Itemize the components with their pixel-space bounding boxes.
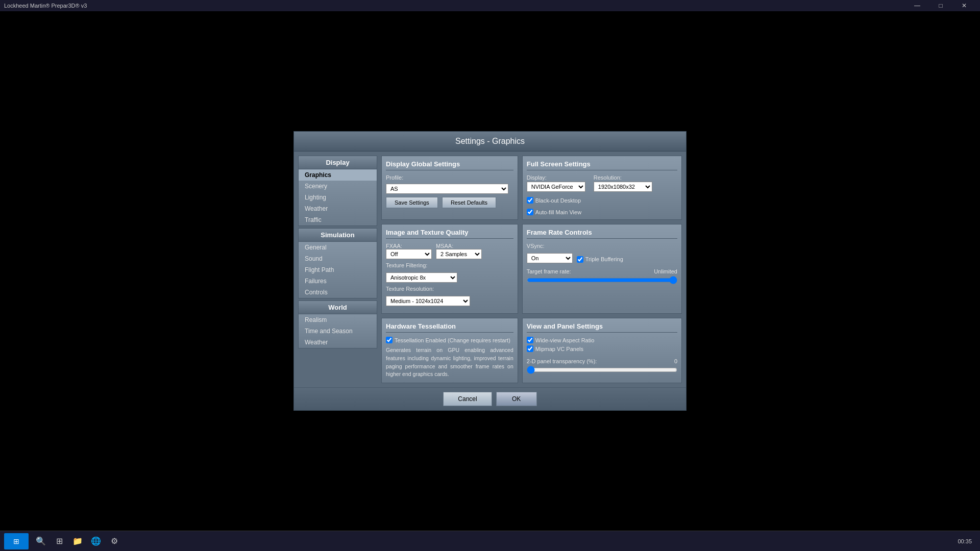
taskbar-settings-icon[interactable]: ⚙ [106, 533, 122, 549]
sidebar-item-flight-path[interactable]: Flight Path [299, 264, 377, 276]
profile-select-row: AS [386, 184, 513, 194]
taskbar-right: 00:35 [958, 538, 976, 544]
display-section-title: Display [299, 156, 377, 169]
autofill-row: Auto-fill Main View [527, 209, 677, 215]
fs-display-col: Display: NVIDIA GeForce GTX 7... [527, 174, 585, 192]
profile-row: Profile: [386, 174, 513, 181]
autofill-label: Auto-fill Main View [535, 209, 581, 215]
taskbar-browser-icon[interactable]: 🌐 [88, 533, 104, 549]
fxaa-label: FXAA: [386, 243, 432, 249]
sidebar-item-traffic[interactable]: Traffic [299, 214, 377, 226]
tessellation-checkbox[interactable] [386, 337, 393, 343]
autofill-checkbox[interactable] [527, 209, 533, 215]
reset-defaults-button[interactable]: Reset Defaults [442, 197, 496, 208]
fxaa-msaa-row: FXAA: Off MSAA: 2 Samples [386, 243, 513, 259]
sidebar-item-weather-display[interactable]: Weather [299, 203, 377, 214]
triple-buffering-label: Triple Buffering [585, 256, 623, 262]
ok-button[interactable]: OK [496, 392, 537, 406]
btn-row: Save Settings Reset Defaults [386, 197, 513, 208]
tessellation-title: Hardware Tessellation [386, 322, 513, 333]
sidebar-item-time-season[interactable]: Time and Season [299, 325, 377, 337]
sidebar-item-sound[interactable]: Sound [299, 253, 377, 264]
sidebar-item-general[interactable]: General [299, 242, 377, 253]
sidebar-item-controls[interactable]: Controls [299, 287, 377, 298]
blackout-checkbox[interactable] [527, 197, 533, 204]
sidebar-item-failures[interactable]: Failures [299, 276, 377, 287]
content-row-3: Hardware Tessellation Tessellation Enabl… [381, 318, 682, 383]
target-framerate-slider[interactable] [527, 277, 677, 284]
blackout-label: Black-out Desktop [535, 197, 581, 204]
world-section: World Realism Time and Season Weather [298, 300, 377, 348]
content-row-2: Image and Texture Quality FXAA: Off [381, 224, 682, 314]
texture-title: Image and Texture Quality [386, 229, 513, 239]
texres-row: Texture Resolution: Medium - 1024x1024 [386, 286, 513, 306]
dialog-body: Display Graphics Scenery Lighting Weathe… [294, 152, 686, 387]
close-button[interactable]: ✕ [952, 0, 976, 11]
content-row-1: Display Global Settings Profile: AS Save… [381, 156, 682, 220]
dialog-overlay: Settings - Graphics Display Graphics Sce… [0, 11, 980, 531]
cancel-button[interactable]: Cancel [443, 392, 492, 406]
taskbar-search-icon[interactable]: 🔍 [33, 533, 49, 549]
transparency-value: 0 [647, 358, 677, 364]
titlebar-title: Lockheed Martin® Prepar3D® v3 [4, 3, 87, 9]
triple-buffering-row: Triple Buffering [577, 256, 623, 263]
wide-view-label: Wide-view Aspect Ratio [535, 337, 595, 343]
msaa-label: MSAA: [436, 243, 482, 249]
wide-view-checkbox[interactable] [527, 337, 533, 343]
vsync-row: VSync: On Triple Buffering [527, 243, 677, 263]
titlebar-controls: — □ ✕ [905, 0, 976, 11]
filtering-label: Texture Filtering: [386, 262, 427, 268]
dialog-footer: Cancel OK [294, 387, 686, 410]
blackout-row: Black-out Desktop [527, 197, 677, 204]
fxaa-group: FXAA: Off [386, 243, 432, 259]
filtering-select[interactable]: Anisotropic 8x [386, 272, 457, 283]
fs-row-1: Display: NVIDIA GeForce GTX 7... Resolut… [527, 174, 677, 192]
display-select[interactable]: NVIDIA GeForce GTX 7... [527, 182, 585, 192]
sidebar-item-graphics[interactable]: Graphics [299, 169, 377, 181]
sidebar: Display Graphics Scenery Lighting Weathe… [298, 156, 377, 383]
sidebar-item-realism[interactable]: Realism [299, 314, 377, 325]
target-label: Target frame rate: [527, 268, 571, 274]
vsync-label: VSync: [527, 243, 568, 249]
titlebar: Lockheed Martin® Prepar3D® v3 — □ ✕ [0, 0, 980, 11]
framerate-panel: Frame Rate Controls VSync: On Triple Buf… [522, 224, 682, 314]
fullscreen-inner: Display: NVIDIA GeForce GTX 7... Resolut… [527, 174, 677, 215]
transparency-slider[interactable] [527, 366, 677, 373]
content-area: Display Global Settings Profile: AS Save… [381, 156, 682, 383]
view-panel: View and Panel Settings Wide-view Aspect… [522, 318, 682, 383]
profile-label: Profile: [386, 174, 427, 181]
mipmap-row: Mipmap VC Panels [527, 345, 677, 352]
triple-buffering-checkbox[interactable] [577, 256, 583, 263]
texres-label: Texture Resolution: [386, 286, 434, 292]
minimize-button[interactable]: — [905, 0, 929, 11]
sidebar-item-scenery[interactable]: Scenery [299, 181, 377, 192]
tessellation-checkbox-row: Tessellation Enabled (Change requires re… [386, 337, 513, 343]
msaa-group: MSAA: 2 Samples [436, 243, 482, 259]
taskbar-apps-icon[interactable]: ⊞ [51, 533, 67, 549]
maximize-button[interactable]: □ [929, 0, 952, 11]
fullscreen-panel: Full Screen Settings Display: NVIDIA GeF… [522, 156, 682, 220]
display-section: Display Graphics Scenery Lighting Weathe… [298, 156, 377, 226]
taskbar-icons: 🔍 ⊞ 📁 🌐 ⚙ [33, 533, 122, 549]
tessellation-description: Generates terrain on GPU enabling advanc… [386, 346, 513, 379]
msaa-select[interactable]: 2 Samples [436, 249, 482, 259]
taskbar-time: 00:35 [958, 538, 972, 544]
vsync-select[interactable]: On [527, 253, 573, 263]
sidebar-item-weather-world[interactable]: Weather [299, 337, 377, 348]
fxaa-select[interactable]: Off [386, 249, 432, 259]
view-panel-title: View and Panel Settings [527, 322, 677, 333]
save-settings-button[interactable]: Save Settings [386, 197, 438, 208]
resolution-label: Resolution: [594, 174, 652, 181]
mipmap-checkbox[interactable] [527, 345, 533, 352]
start-button[interactable]: ⊞ [4, 533, 29, 549]
sidebar-item-lighting[interactable]: Lighting [299, 192, 377, 203]
texres-select[interactable]: Medium - 1024x1024 [386, 296, 470, 306]
resolution-select[interactable]: 1920x1080x32 [594, 182, 652, 192]
display-label: Display: [527, 174, 585, 181]
profile-select[interactable]: AS [386, 184, 508, 194]
taskbar-file-icon[interactable]: 📁 [69, 533, 86, 549]
display-global-panel: Display Global Settings Profile: AS Save… [381, 156, 518, 220]
settings-dialog: Settings - Graphics Display Graphics Sce… [293, 131, 687, 411]
display-global-title: Display Global Settings [386, 160, 513, 170]
mipmap-label: Mipmap VC Panels [535, 346, 583, 352]
